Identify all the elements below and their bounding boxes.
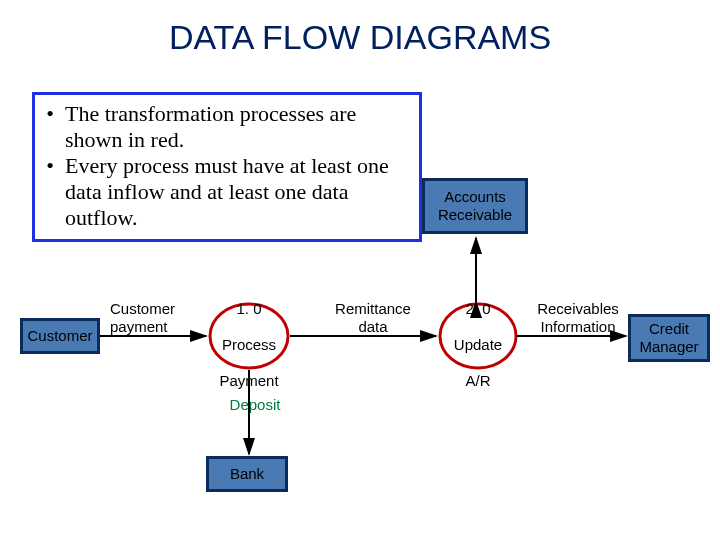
process-2: 2. 0 Update A/R bbox=[438, 302, 518, 370]
entity-accounts-receivable: Accounts Receivable bbox=[422, 178, 528, 234]
entity-customer: Customer bbox=[20, 318, 100, 354]
process-2-l3: A/R bbox=[465, 372, 490, 389]
entity-credit-manager: Credit Manager bbox=[628, 314, 710, 362]
callout-text-2: Every process must have at least one dat… bbox=[65, 153, 411, 231]
callout-bullet-1: • The transformation processes are shown… bbox=[43, 101, 411, 153]
page-title: DATA FLOW DIAGRAMS bbox=[0, 18, 720, 57]
process-1: 1. 0 Process Payment bbox=[208, 302, 290, 370]
flow-customer-payment-label: Customer payment bbox=[110, 300, 200, 336]
process-2-l2: Update bbox=[454, 336, 502, 353]
entity-customer-label: Customer bbox=[27, 327, 92, 345]
bullet-dot: • bbox=[43, 101, 57, 153]
entity-bank-label: Bank bbox=[230, 465, 264, 483]
flow-remittance-data-label: Remittance data bbox=[318, 300, 428, 336]
callout-text-1: The transformation processes are shown i… bbox=[65, 101, 411, 153]
process-1-l2: Process bbox=[222, 336, 276, 353]
process-1-l3: Payment bbox=[219, 372, 278, 389]
entity-bank: Bank bbox=[206, 456, 288, 492]
flow-deposit-label: Deposit bbox=[220, 396, 290, 414]
entity-ar-label: Accounts Receivable bbox=[438, 188, 512, 224]
arrows-layer bbox=[0, 0, 720, 540]
process-1-num: 1. 0 bbox=[236, 300, 261, 317]
flow-receivables-info-label: Receivables Information bbox=[528, 300, 628, 336]
process-2-num: 2. 0 bbox=[465, 300, 490, 317]
callout-bullet-2: • Every process must have at least one d… bbox=[43, 153, 411, 231]
bullet-dot: • bbox=[43, 153, 57, 231]
entity-cm-label: Credit Manager bbox=[639, 320, 698, 356]
callout-box: • The transformation processes are shown… bbox=[32, 92, 422, 242]
